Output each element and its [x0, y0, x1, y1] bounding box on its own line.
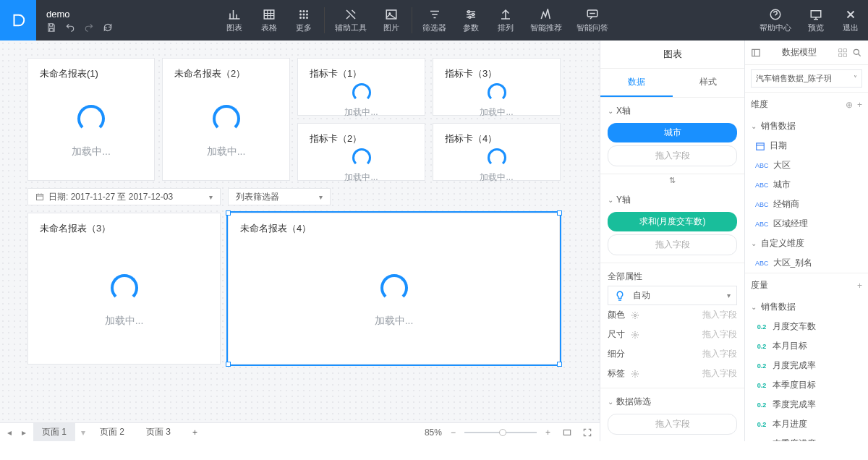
next-page-icon[interactable]: ▸: [19, 427, 29, 438]
auto-chart-type-select[interactable]: 自动 ▾: [608, 286, 737, 305]
tool-params[interactable]: 参数: [454, 0, 488, 41]
y-axis-field-chip[interactable]: 求和(月度交车数): [608, 212, 737, 231]
field-item[interactable]: 日期: [745, 136, 868, 156]
tool-preview[interactable]: 预览: [799, 0, 833, 41]
brand-logo[interactable]: [0, 0, 36, 41]
fit-width-icon[interactable]: [559, 427, 575, 438]
tab-style[interactable]: 样式: [673, 69, 745, 97]
tool-smart[interactable]: 智能推荐: [523, 0, 569, 41]
page-tab[interactable]: 页面 3: [137, 423, 179, 441]
date-filter-select[interactable]: 日期: 2017-11-27 至 2017-12-03 ▾: [27, 188, 221, 205]
card-title: 指标卡（1）: [298, 59, 425, 83]
tab-data[interactable]: 数据: [600, 69, 673, 97]
datasource-select[interactable]: 汽车销售数据_陈子玥 ˅: [751, 69, 862, 88]
resize-handle[interactable]: [557, 362, 562, 367]
y-axis-dropzone[interactable]: 拖入字段: [608, 234, 737, 255]
attr-subdiv-label: 细分: [608, 348, 625, 360]
swap-axes-button[interactable]: ⇅: [600, 174, 744, 187]
field-label: 城市: [773, 179, 791, 191]
page-dropdown-icon[interactable]: ▾: [80, 427, 87, 438]
field-item[interactable]: 0.2本月进度: [745, 414, 868, 434]
field-label: 大区_别名: [773, 257, 813, 269]
field-item[interactable]: ABC经销商: [745, 195, 868, 214]
spinner-icon: [111, 274, 138, 302]
zoom-slider[interactable]: [464, 432, 537, 433]
globe-icon[interactable]: ⊕: [846, 100, 853, 110]
page-tab[interactable]: 页面 2: [91, 423, 133, 441]
svg-rect-29: [757, 142, 765, 149]
chevron-down-icon[interactable]: ⌄: [751, 239, 757, 247]
fullscreen-icon[interactable]: [579, 427, 595, 438]
tool-arrange[interactable]: 排列: [488, 0, 523, 41]
field-item[interactable]: ABC区域经理: [745, 214, 868, 234]
tool-exit[interactable]: 退出: [833, 0, 868, 41]
svg-point-14: [469, 16, 471, 18]
tool-chart[interactable]: 图表: [217, 0, 252, 41]
data-filter-dropzone[interactable]: 拖入字段: [608, 414, 737, 435]
refresh-icon[interactable]: [103, 22, 113, 33]
tool-more[interactable]: 更多: [286, 0, 321, 41]
panel-collapse-icon[interactable]: [751, 48, 761, 58]
zoom-out-icon[interactable]: −: [446, 427, 460, 438]
zoom-in-icon[interactable]: +: [541, 427, 555, 438]
chevron-down-icon[interactable]: ⌄: [608, 398, 613, 406]
chevron-down-icon[interactable]: ⌄: [751, 303, 757, 311]
field-item[interactable]: 0.2月度完成率: [745, 356, 868, 375]
field-item[interactable]: 0.2本季度目标: [745, 375, 868, 395]
gear-icon[interactable]: [631, 311, 639, 320]
field-item[interactable]: 0.2季度完成率: [745, 395, 868, 414]
doc-title: demo: [46, 9, 207, 20]
undo-icon[interactable]: [65, 22, 75, 33]
add-dimension-icon[interactable]: +: [857, 100, 862, 110]
metric-card-2[interactable]: 指标卡（2） 加载中...: [297, 123, 425, 181]
field-item[interactable]: 0.2月度交车数: [745, 317, 868, 336]
gear-icon[interactable]: [631, 370, 639, 378]
resize-handle[interactable]: [226, 210, 231, 216]
tool-image[interactable]: 图片: [374, 0, 409, 41]
chevron-down-icon[interactable]: ⌄: [751, 122, 757, 130]
attr-label-dropzone[interactable]: 拖入字段: [645, 367, 737, 380]
metric-card-4[interactable]: 指标卡（4） 加载中...: [433, 123, 561, 181]
tool-filter[interactable]: 筛选器: [415, 0, 454, 41]
field-item[interactable]: 0.2本月目标: [745, 336, 868, 356]
report-card-2[interactable]: 未命名报表（2） 加载中...: [162, 58, 290, 181]
report-card-3[interactable]: 未命名报表（3） 加载中...: [27, 213, 221, 365]
add-page-button[interactable]: +: [184, 425, 206, 440]
x-axis-field-chip[interactable]: 城市: [608, 123, 737, 142]
x-axis-dropzone[interactable]: 拖入字段: [608, 145, 737, 166]
chevron-down-icon[interactable]: ⌄: [608, 107, 613, 115]
doc-area: demo: [36, 0, 217, 41]
tool-aux[interactable]: 辅助工具: [328, 0, 374, 41]
svg-point-7: [299, 17, 302, 19]
tool-qa[interactable]: 智能问答: [569, 0, 616, 41]
canvas-area[interactable]: 未命名报表(1) 加载中... 未命名报表（2） 加载中... 指标卡（1） 加…: [0, 41, 600, 422]
svg-point-22: [634, 372, 637, 375]
chevron-down-icon[interactable]: ⌄: [608, 196, 613, 204]
attr-subdiv-dropzone[interactable]: 拖入字段: [631, 348, 737, 360]
metric-card-1[interactable]: 指标卡（1） 加载中...: [297, 58, 425, 116]
attr-color-dropzone[interactable]: 拖入字段: [645, 309, 737, 321]
attr-size-dropzone[interactable]: 拖入字段: [645, 328, 737, 341]
redo-icon[interactable]: [84, 22, 94, 33]
report-card-1[interactable]: 未命名报表(1) 加载中...: [27, 58, 155, 181]
resize-handle[interactable]: [557, 210, 562, 216]
tool-table[interactable]: 表格: [252, 0, 286, 41]
y-axis-label: Y轴: [616, 194, 631, 206]
field-item[interactable]: ABC城市: [745, 175, 868, 195]
save-icon[interactable]: [46, 22, 56, 33]
list-filter-select[interactable]: 列表筛选器 ▾: [228, 188, 331, 205]
gear-icon[interactable]: [631, 331, 639, 339]
resize-handle[interactable]: [226, 362, 231, 367]
page-tab[interactable]: 页面 1: [33, 423, 75, 441]
tool-help[interactable]: 帮助中心: [752, 0, 799, 41]
text-type-icon: ABC: [755, 200, 769, 210]
grid-view-icon[interactable]: [838, 48, 848, 58]
metric-card-3[interactable]: 指标卡（3） 加载中...: [433, 58, 561, 116]
add-measure-icon[interactable]: +: [857, 281, 862, 291]
field-item[interactable]: ABC大区_别名: [745, 253, 868, 273]
field-item[interactable]: 0.2本季度进度: [745, 434, 868, 441]
report-card-4[interactable]: 未命名报表（4） 加载中...: [228, 213, 560, 365]
prev-page-icon[interactable]: ◂: [4, 427, 14, 438]
field-item[interactable]: ABC大区: [745, 156, 868, 175]
search-icon[interactable]: [852, 48, 862, 58]
